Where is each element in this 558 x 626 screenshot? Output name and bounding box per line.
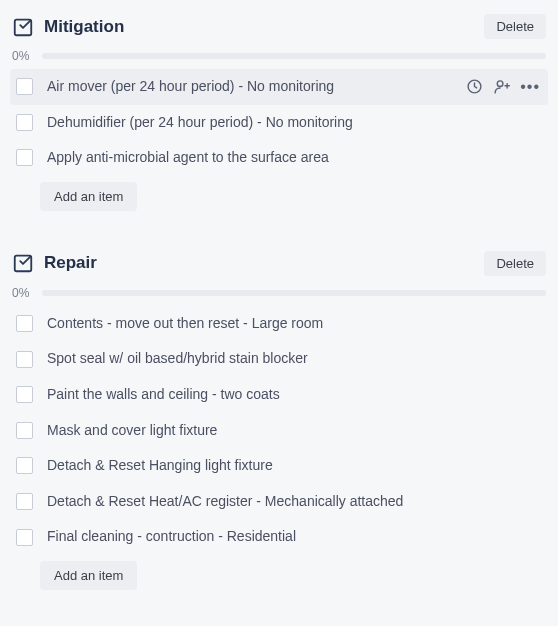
checklist-section: MitigationDelete0%Air mover (per 24 hour… xyxy=(0,0,558,221)
progress-bar xyxy=(42,290,546,296)
checklist-item[interactable]: Final cleaning - contruction - Residenti… xyxy=(10,519,548,555)
progress-row: 0% xyxy=(10,45,548,69)
progress-bar xyxy=(42,53,546,59)
item-list: Air mover (per 24 hour period) - No moni… xyxy=(10,69,548,176)
section-header: MitigationDelete xyxy=(10,14,548,45)
item-checkbox[interactable] xyxy=(16,422,33,439)
item-checkbox[interactable] xyxy=(16,114,33,131)
checklist-item[interactable]: Apply anti-microbial agent to the surfac… xyxy=(10,140,548,176)
checklist-item[interactable]: Detach & Reset Hanging light fixture xyxy=(10,448,548,484)
svg-point-2 xyxy=(497,81,503,87)
item-label[interactable]: Detach & Reset Heat/AC register - Mechan… xyxy=(47,492,542,512)
item-checkbox[interactable] xyxy=(16,315,33,332)
checklist-item[interactable]: Mask and cover light fixture xyxy=(10,413,548,449)
add-item-row: Add an item xyxy=(10,176,548,211)
item-label[interactable]: Final cleaning - contruction - Residenti… xyxy=(47,527,542,547)
add-item-button[interactable]: Add an item xyxy=(40,561,137,590)
section-title[interactable]: Mitigation xyxy=(44,17,484,37)
item-label[interactable]: Detach & Reset Hanging light fixture xyxy=(47,456,542,476)
item-checkbox[interactable] xyxy=(16,493,33,510)
checklist-icon xyxy=(12,252,34,274)
item-label[interactable]: Contents - move out then reset - Large r… xyxy=(47,314,542,334)
item-label[interactable]: Mask and cover light fixture xyxy=(47,421,542,441)
checklist-section: RepairDelete0%Contents - move out then r… xyxy=(0,237,558,600)
checklist-icon xyxy=(12,16,34,38)
add-item-button[interactable]: Add an item xyxy=(40,182,137,211)
checklist-item[interactable]: Air mover (per 24 hour period) - No moni… xyxy=(10,69,548,105)
item-label[interactable]: Dehumidifier (per 24 hour period) - No m… xyxy=(47,113,542,133)
item-label[interactable]: Paint the walls and ceiling - two coats xyxy=(47,385,542,405)
item-checkbox[interactable] xyxy=(16,529,33,546)
more-icon[interactable]: ••• xyxy=(520,79,542,95)
item-checkbox[interactable] xyxy=(16,386,33,403)
delete-section-button[interactable]: Delete xyxy=(484,14,546,39)
item-actions: ••• xyxy=(466,78,542,95)
item-checkbox[interactable] xyxy=(16,149,33,166)
item-label[interactable]: Spot seal w/ oil based/hybrid stain bloc… xyxy=(47,349,542,369)
section-header: RepairDelete xyxy=(10,251,548,282)
section-title[interactable]: Repair xyxy=(44,253,484,273)
delete-section-button[interactable]: Delete xyxy=(484,251,546,276)
item-label[interactable]: Apply anti-microbial agent to the surfac… xyxy=(47,148,542,168)
item-list: Contents - move out then reset - Large r… xyxy=(10,306,548,555)
add-item-row: Add an item xyxy=(10,555,548,590)
checklist-item[interactable]: Paint the walls and ceiling - two coats xyxy=(10,377,548,413)
item-checkbox[interactable] xyxy=(16,457,33,474)
checklist-item[interactable]: Contents - move out then reset - Large r… xyxy=(10,306,548,342)
item-checkbox[interactable] xyxy=(16,78,33,95)
checklist-item[interactable]: Detach & Reset Heat/AC register - Mechan… xyxy=(10,484,548,520)
item-checkbox[interactable] xyxy=(16,351,33,368)
checklist-item[interactable]: Spot seal w/ oil based/hybrid stain bloc… xyxy=(10,341,548,377)
checklist-item[interactable]: Dehumidifier (per 24 hour period) - No m… xyxy=(10,105,548,141)
clock-icon[interactable] xyxy=(466,78,483,95)
progress-percent: 0% xyxy=(12,286,32,300)
item-label[interactable]: Air mover (per 24 hour period) - No moni… xyxy=(47,77,452,97)
progress-row: 0% xyxy=(10,282,548,306)
progress-percent: 0% xyxy=(12,49,32,63)
assign-user-icon[interactable] xyxy=(493,78,510,95)
